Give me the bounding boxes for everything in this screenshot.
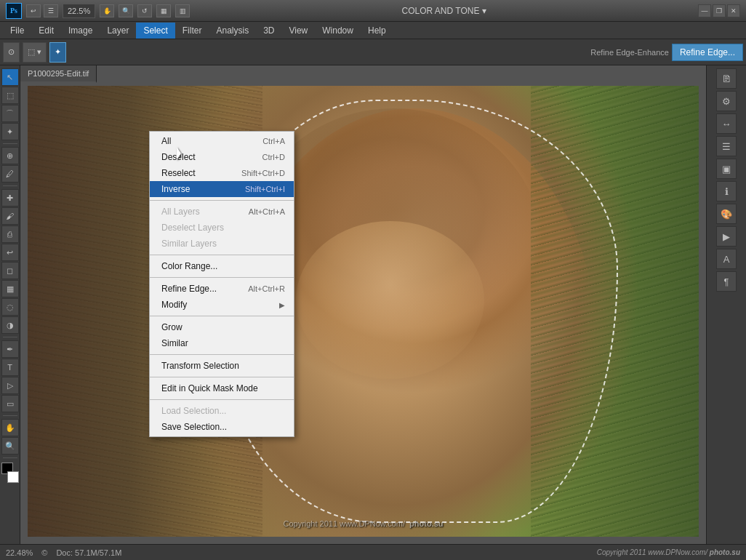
lasso-tool-left[interactable]: ⌒ — [1, 105, 19, 122]
dropdown-separator-1 — [150, 200, 294, 201]
close-button[interactable]: ✕ — [727, 4, 740, 17]
zoom-tool[interactable]: 🔍 — [119, 4, 133, 17]
panel-btn-play[interactable]: ▶ — [716, 226, 737, 247]
dropdown-item-grow[interactable]: Grow — [150, 319, 294, 335]
dropdown-separator-3 — [150, 277, 294, 278]
shape-tool[interactable]: ▭ — [1, 395, 19, 412]
dropdown-item-save[interactable]: Save Selection... — [150, 419, 294, 435]
canvas-container[interactable]: Copyright 2011 www.DPNow.com/ photo.su — [28, 86, 699, 537]
color-picker[interactable] — [1, 463, 19, 483]
dropdown-item-color-range[interactable]: Color Range... — [150, 258, 294, 274]
eraser-tool[interactable]: ◻ — [1, 262, 19, 279]
zoom-value: 22.5 — [68, 7, 83, 15]
dropdown-item-similar[interactable]: Similar — [150, 335, 294, 351]
panel-btn-type[interactable]: A — [716, 249, 737, 269]
healing-tool[interactable]: ✚ — [1, 189, 19, 207]
layout-icon[interactable]: ▥ — [175, 4, 190, 17]
tool-separator-3 — [3, 337, 17, 337]
item-all-layers-label: All Layers — [161, 207, 249, 217]
blur-tool[interactable]: ◌ — [1, 298, 19, 316]
dropdown-item-modify[interactable]: Modify ▶ — [150, 297, 294, 313]
magnetic-icon: ✦ — [55, 47, 61, 57]
dropdown-item-deselect[interactable]: Deselect Ctrl+D — [150, 149, 294, 165]
stamp-tool[interactable]: ⎙ — [1, 225, 19, 243]
menu-image[interactable]: Image — [61, 23, 100, 39]
dropdown-section-6: Transform Selection — [150, 356, 294, 375]
hand-tool[interactable]: ✋ — [100, 4, 114, 17]
history-icon[interactable]: ↩ — [26, 4, 41, 17]
menu-layer[interactable]: Layer — [100, 23, 136, 39]
refine-edge-button-label: Refine Edge... — [680, 47, 735, 57]
dropdown-item-similar-layers: Similar Layers — [150, 236, 294, 252]
menu-window[interactable]: Window — [315, 23, 361, 39]
menu-view[interactable]: View — [281, 23, 315, 39]
marquee-dropdown[interactable]: ▾ — [37, 47, 41, 57]
rotate-tool[interactable]: ↺ — [137, 4, 152, 17]
brand-text: photo.su — [409, 519, 443, 528]
pen-tool[interactable]: ✒ — [1, 340, 19, 358]
background-color[interactable] — [7, 471, 19, 483]
item-modify-arrow: ▶ — [279, 301, 285, 309]
dropdown-item-transform[interactable]: Transform Selection — [150, 358, 294, 374]
dropdown-item-all[interactable]: All Ctrl+A — [150, 133, 294, 149]
canvas-image: Copyright 2011 www.DPNow.com/ photo.su — [28, 86, 699, 537]
arrange-icon[interactable]: ▦ — [156, 4, 171, 17]
panel-btn-1[interactable]: 🖹 — [716, 68, 737, 89]
magnetic-lasso-tool[interactable]: ✦ — [49, 42, 66, 63]
path-tool[interactable]: ▷ — [1, 377, 19, 394]
select-dropdown-menu: All Ctrl+A Deselect Ctrl+D Reselect Shif… — [149, 131, 294, 437]
dropdown-separator-4 — [150, 316, 294, 316]
crop-tool[interactable]: ⊕ — [1, 147, 19, 164]
marquee-tool[interactable]: ⬚ ▾ — [23, 42, 47, 63]
panel-btn-info[interactable]: ℹ — [716, 181, 737, 201]
magic-wand-tool[interactable]: ✦ — [1, 123, 19, 140]
canvas-area: P1000295-Edit.tif Copyright 2011 www.DPN… — [20, 65, 706, 544]
dropdown-item-quick-mask[interactable]: Edit in Quick Mask Mode — [150, 380, 294, 396]
document-tab[interactable]: P1000295-Edit.tif — [20, 65, 97, 83]
dropdown-separator-7 — [150, 399, 294, 400]
history-brush-tool[interactable]: ↩ — [1, 244, 19, 261]
move-tool[interactable]: ↖ — [1, 68, 19, 86]
dropdown-item-inverse[interactable]: Inverse Shift+Ctrl+I — [150, 181, 294, 197]
menu-edit[interactable]: Edit — [31, 23, 61, 39]
title-dropdown-icon[interactable]: ▾ — [482, 6, 486, 16]
item-similar-layers-label: Similar Layers — [161, 239, 285, 249]
zoom-tool-left[interactable]: 🔍 — [1, 437, 19, 455]
item-refine-edge-shortcut: Alt+Ctrl+R — [248, 284, 285, 293]
panel-btn-3[interactable]: ↔ — [716, 113, 737, 134]
panel-btn-color[interactable]: 🎨 — [716, 204, 737, 224]
menu-help[interactable]: Help — [361, 23, 393, 39]
left-toolbar: ↖ ⬚ ⌒ ✦ ⊕ 🖊 ✚ 🖌 ⎙ ↩ ◻ ▦ ◌ ◑ ✒ T ▷ ▭ ✋ 🔍 — [0, 65, 20, 544]
dodge-tool[interactable]: ◑ — [1, 316, 19, 334]
item-modify-label: Modify — [161, 300, 279, 310]
options-icon[interactable]: ☰ — [44, 4, 58, 17]
restore-button[interactable]: ❐ — [713, 4, 726, 17]
text-tool[interactable]: T — [1, 359, 19, 376]
panel-btn-5[interactable]: ▣ — [716, 159, 737, 179]
panel-btn-2[interactable]: ⚙ — [716, 91, 737, 111]
menu-analysis[interactable]: Analysis — [209, 23, 256, 39]
panel-btn-4[interactable]: ☰ — [716, 136, 737, 156]
dropdown-separator-5 — [150, 354, 294, 355]
eyedropper-tool[interactable]: 🖊 — [1, 165, 19, 183]
menu-select[interactable]: Select — [136, 23, 175, 39]
dropdown-section-3: Color Range... — [150, 257, 294, 276]
hand-tool-left[interactable]: ✋ — [1, 419, 19, 436]
panel-btn-para[interactable]: ¶ — [716, 271, 737, 292]
gradient-tool[interactable]: ▦ — [1, 280, 19, 297]
dropdown-item-refine-edge[interactable]: Refine Edge... Alt+Ctrl+R — [150, 281, 294, 297]
minimize-button[interactable]: — — [698, 4, 711, 17]
title-bar: Ps ↩ ☰ 22.5 % ✋ 🔍 ↺ ▦ ▥ COLOR AND TONE ▾… — [0, 0, 746, 22]
zoom-display[interactable]: 22.5 % — [63, 4, 95, 18]
menu-3d[interactable]: 3D — [256, 23, 281, 39]
dropdown-item-all-layers: All Layers Alt+Ctrl+A — [150, 204, 294, 220]
dropdown-item-reselect[interactable]: Reselect Shift+Ctrl+D — [150, 165, 294, 181]
tool-separator-1 — [3, 143, 17, 144]
selection-tool[interactable]: ⬚ — [1, 87, 19, 104]
refine-edge-button[interactable]: Refine Edge... — [672, 44, 743, 61]
brush-tool[interactable]: 🖌 — [1, 207, 19, 225]
lasso-tool[interactable]: ⊙ — [3, 42, 20, 63]
dropdown-item-deselect-layers: Deselect Layers — [150, 220, 294, 236]
menu-filter[interactable]: Filter — [175, 23, 209, 39]
menu-file[interactable]: File — [3, 23, 31, 39]
